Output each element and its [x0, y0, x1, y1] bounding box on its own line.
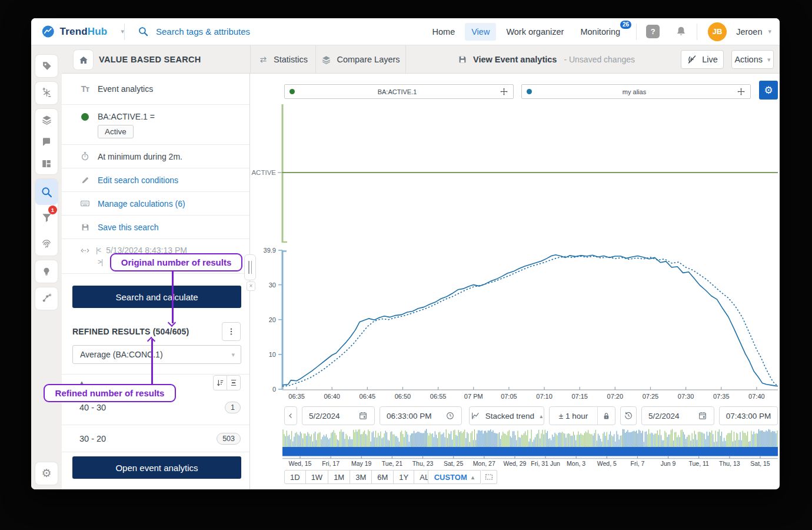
rail-item-settings[interactable]: ⚙ [35, 462, 58, 485]
layers-icon [41, 114, 52, 125]
view-save-state[interactable]: View Event analytics - Unsaved changes [458, 45, 635, 74]
context-tick-label: Fri, 17 [322, 460, 340, 467]
x-tick-label: 07:20 [607, 393, 624, 400]
context-tick-label: Wed, 15 [289, 460, 312, 467]
app-logo[interactable]: TrendHub ▾ [31, 24, 124, 39]
rail-item-insights[interactable] [35, 260, 58, 283]
aggregation-select[interactable]: Average (BA:CONC.1) ▾ [72, 345, 241, 364]
nav-item-monitoring[interactable]: Monitoring26 [574, 23, 627, 41]
context-tick-label: Tue, 21 [382, 460, 402, 467]
live-signal-icon [687, 54, 697, 65]
rail-item-comments[interactable] [35, 131, 58, 153]
condition-row[interactable]: BA:ACTIVE.1 = Active [62, 105, 249, 145]
avatar[interactable]: JB [708, 22, 727, 41]
panel-collapse-button[interactable]: × [247, 281, 255, 291]
zoom-custom-button[interactable]: CUSTOM ▴ [428, 470, 481, 484]
start-date-button[interactable]: 5/2/2024 [302, 406, 375, 425]
rail-group: 1 [35, 179, 58, 256]
zoom-preset-1y[interactable]: 1Y [393, 470, 414, 484]
help-button[interactable]: ? [646, 25, 660, 38]
context-tick-label: Thu, 23 [412, 460, 434, 467]
save-search-row[interactable]: Save this search [62, 216, 249, 239]
zoom-preset-1m[interactable]: 1M [328, 470, 350, 484]
pan-left-button[interactable] [284, 406, 297, 425]
series-color-dot [81, 113, 89, 121]
rail-item-layers[interactable] [35, 109, 58, 131]
collapse-results-button[interactable] [227, 375, 241, 390]
rail-item-tags[interactable] [35, 55, 58, 77]
results-menu-button[interactable] [222, 322, 241, 341]
lock-window-button[interactable] [598, 412, 615, 420]
view-mode-select[interactable]: Stacked trend ▴ [469, 406, 544, 425]
result-row[interactable]: 30 - 20 503 [62, 425, 249, 452]
open-event-analytics-button[interactable]: Open event analytics [72, 456, 241, 479]
search-and-calculate-button[interactable]: Search and calculate [72, 286, 241, 308]
zoom-preset-6m[interactable]: 6M [371, 470, 394, 484]
end-date-button[interactable]: 5/2/2024 [641, 406, 714, 425]
edit-conditions-link[interactable]: Edit search conditions [98, 175, 178, 185]
move-icon[interactable] [737, 87, 746, 96]
notifications-button[interactable] [675, 25, 687, 38]
digital-state-label: ACTIVE [251, 169, 276, 176]
search-type-row[interactable]: Tᴛ Event analytics [62, 74, 249, 105]
manage-calculations-row[interactable]: Manage calculations (6) [62, 192, 249, 216]
history-button[interactable] [620, 406, 637, 425]
edit-conditions-row[interactable]: Edit search conditions [62, 168, 249, 192]
rail-item-calculations[interactable] [35, 82, 58, 104]
tab-compare-layers[interactable]: Compare Layers [316, 45, 406, 74]
x-tick-label: 06:55 [430, 393, 447, 400]
zoom-preset-1w[interactable]: 1W [305, 470, 329, 484]
legend-chip-ba-active[interactable]: BA:ACTIVE.1 [284, 84, 514, 99]
dashboard-icon [41, 158, 52, 169]
history-icon [624, 411, 633, 420]
nav-item-work-organizer[interactable]: Work organizer [500, 23, 570, 41]
rail-item-context-graph[interactable] [35, 287, 58, 310]
context-timeline-band[interactable]: Wed, 15Fri, 17May 19Tue, 21Thu, 23Sat, 2… [282, 429, 778, 469]
x-tick-label: 07:35 [713, 393, 730, 400]
legend-label: BA:ACTIVE.1 [295, 88, 500, 95]
chart-settings-button[interactable]: ⚙ [759, 81, 778, 100]
zoom-preset-1d[interactable]: 1D [284, 470, 306, 484]
select-caret-icon: ▾ [231, 351, 235, 359]
move-icon[interactable] [500, 87, 508, 96]
top-navbar: TrendHub ▾ Search tags & attributes Home… [31, 18, 780, 45]
x-tick-label: 07 PM [464, 393, 483, 400]
time-window-group: ± 1 hour [549, 406, 615, 425]
mode-caret-icon: ▴ [540, 413, 543, 419]
range-end-marker: >| [98, 258, 102, 266]
filter-badge: 1 [48, 206, 57, 214]
start-time-button[interactable]: 06:33:00 PM [380, 406, 462, 425]
user-name[interactable]: Jeroen [730, 27, 764, 37]
zoom-preset-3m[interactable]: 3M [350, 470, 372, 484]
time-window-button[interactable]: ± 1 hour [550, 412, 597, 420]
legend-chip-my-alias[interactable]: my alias [521, 84, 751, 99]
nav-item-home[interactable]: Home [426, 23, 462, 41]
result-count-badge: 503 [217, 433, 241, 445]
home-button[interactable] [74, 50, 93, 69]
global-search-field[interactable]: Search tags & attributes [125, 26, 250, 37]
nav-item-view[interactable]: View [465, 23, 496, 41]
fit-window-button[interactable] [481, 470, 497, 484]
rail-item-search[interactable] [35, 179, 58, 205]
sort-desc-icon [216, 379, 224, 387]
rail-item-filter[interactable]: 1 [35, 205, 58, 230]
context-tick-label: May 19 [351, 460, 372, 467]
user-menu-caret-icon[interactable]: ▾ [768, 28, 771, 35]
panel-resize-handle[interactable] [244, 254, 256, 280]
result-count-badge: 1 [225, 402, 241, 413]
save-search-link[interactable]: Save this search [98, 223, 159, 232]
trend-chart[interactable]: ACTIVE010203039.906:3506:4006:4506:5006:… [250, 101, 780, 410]
tab-statistics[interactable]: Statistics [250, 45, 316, 74]
context-tick-label: Tue, 11 [688, 460, 709, 467]
rail-item-dashboard[interactable] [35, 153, 58, 174]
end-time-button[interactable]: 07:43:00 PM [719, 406, 778, 425]
manage-calculations-link[interactable]: Manage calculations (6) [98, 199, 185, 208]
context-tick-label: Mon, 27 [473, 460, 495, 467]
rail-item-fingerprint[interactable] [35, 230, 58, 256]
actions-button[interactable]: Actions ▾ [731, 50, 774, 69]
duration-row[interactable]: At minimum during 2m. [62, 145, 249, 168]
condition-value-chip[interactable]: Active [98, 125, 134, 138]
live-button[interactable]: Live [681, 50, 724, 69]
app-window: TrendHub ▾ Search tags & attributes Home… [31, 18, 780, 489]
sort-results-button[interactable] [213, 375, 227, 390]
